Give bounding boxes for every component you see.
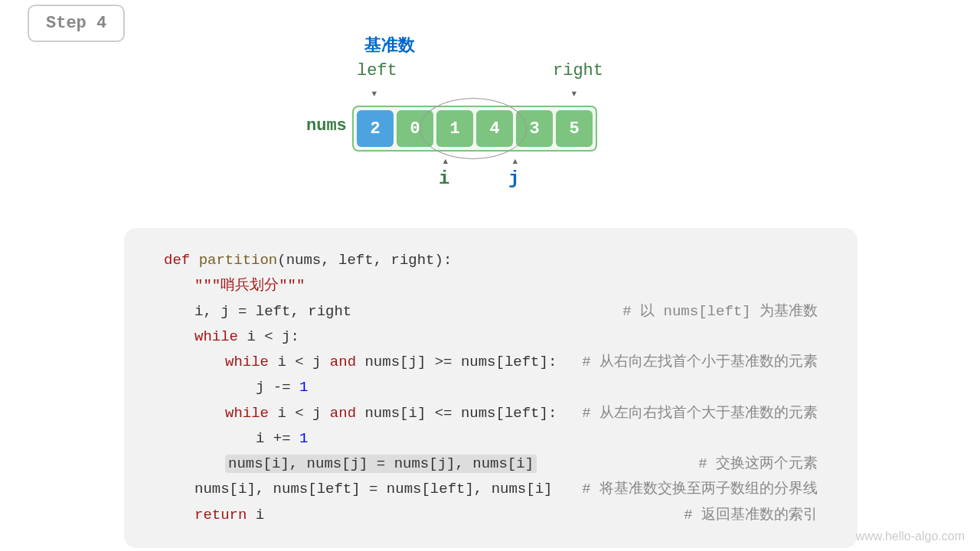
i-pointer-label: i [439, 168, 449, 189]
code-line: while i < j and nums[j] >= nums[left]: #… [164, 350, 818, 375]
array-cell: 1 [436, 110, 473, 147]
left-pointer-label: left [357, 61, 397, 80]
code-block: def partition(nums, left, right): """哨兵划… [124, 228, 858, 548]
code-line-highlighted: nums[i], nums[j] = nums[j], nums[i] # 交换… [164, 452, 818, 477]
array-cell-pivot: 2 [357, 110, 394, 147]
right-pointer-label: right [553, 61, 603, 80]
watermark: www.hello-algo.com [856, 530, 965, 543]
pivot-label: 基准数 [364, 34, 415, 57]
array-cell: 0 [397, 110, 433, 147]
arrow-down-icon: ▾ [570, 86, 578, 101]
arrow-up-icon: ▴ [442, 153, 449, 168]
array-row: 2 0 1 4 3 5 [352, 106, 597, 152]
code-line: """哨兵划分""" [164, 273, 818, 298]
code-line: while i < j and nums[i] <= nums[left]: #… [164, 401, 818, 426]
j-pointer-label: j [508, 168, 519, 189]
code-line: def partition(nums, left, right): [164, 248, 818, 273]
arrow-down-icon: ▾ [371, 86, 378, 101]
array-cell: 3 [516, 110, 553, 147]
nums-label: nums [306, 116, 347, 135]
code-line: i += 1 [164, 426, 818, 452]
code-line: while i < j: [164, 324, 818, 350]
code-line: return i # 返回基准数的索引 [164, 503, 818, 528]
step-badge: Step 4 [28, 5, 125, 42]
arrow-up-icon: ▴ [511, 153, 519, 168]
code-line: i, j = left, right # 以 nums[left] 为基准数 [164, 299, 818, 324]
array-cell: 5 [556, 110, 593, 147]
code-line: j -= 1 [164, 375, 818, 400]
code-line: nums[i], nums[left] = nums[left], nums[i… [164, 477, 818, 502]
array-cell: 4 [476, 110, 513, 147]
